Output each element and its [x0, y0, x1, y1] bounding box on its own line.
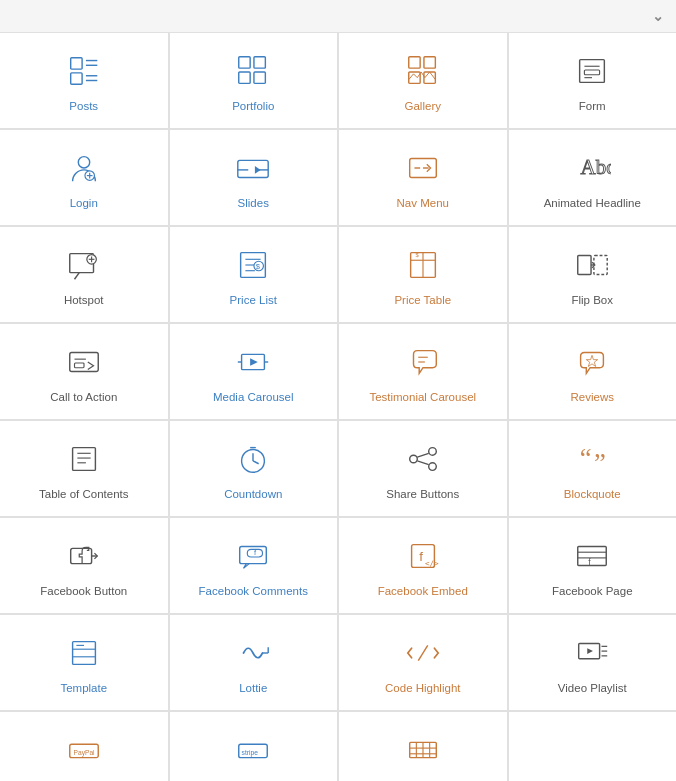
posts-icon — [64, 51, 104, 91]
widget-template[interactable]: Template — [0, 615, 168, 710]
template-label: Template — [60, 681, 107, 696]
tableofcontents-label: Table of Contents — [39, 487, 129, 502]
widget-sharebuttons[interactable]: Share Buttons — [339, 421, 507, 516]
facebookembed-icon: f </> — [403, 536, 443, 576]
paypalbutton-icon: PayPal — [64, 730, 104, 770]
calltoaction-label: Call to Action — [50, 390, 117, 405]
widget-form[interactable]: Form — [509, 33, 677, 128]
svg-text:Abc: Abc — [581, 155, 611, 179]
mediacarousel-icon — [233, 342, 273, 382]
widget-navmenu[interactable]: Nav Menu — [339, 130, 507, 225]
facebookembed-label: Facebook Embed — [378, 584, 468, 599]
svg-marker-92 — [588, 648, 594, 654]
widget-gallery[interactable]: Gallery — [339, 33, 507, 128]
widget-pricelist[interactable]: $ Price List — [170, 227, 338, 322]
gallery-label: Gallery — [405, 99, 441, 114]
facebookbutton-label: Facebook Button — [40, 584, 127, 599]
svg-line-69 — [417, 453, 428, 457]
testimonialcarousel-icon — [403, 342, 443, 382]
svg-text:PayPal: PayPal — [73, 748, 95, 756]
template-icon — [64, 633, 104, 673]
widget-stripebutton[interactable]: stripe Stripe Button — [170, 712, 338, 781]
widget-facebookpage[interactable]: f Facebook Page — [509, 518, 677, 613]
flipbox-icon — [572, 245, 612, 285]
widget-grid: Posts Portfolio Gallery Form Login — [0, 32, 676, 781]
blockquote-label: Blockquote — [564, 487, 621, 502]
videoplaylist-icon — [572, 633, 612, 673]
svg-rect-58 — [72, 447, 95, 470]
tableofcontents-icon — [64, 439, 104, 479]
widget-reviews[interactable]: Reviews — [509, 324, 677, 419]
widget-codehighlight[interactable]: Code Highlight — [339, 615, 507, 710]
svg-rect-48 — [70, 352, 99, 371]
empty-cell — [509, 712, 677, 781]
svg-rect-50 — [74, 363, 84, 368]
portfolio-label: Portfolio — [232, 99, 274, 114]
widget-testimonialcarousel[interactable]: Testimonial Carousel — [339, 324, 507, 419]
hotspot-icon — [64, 245, 104, 285]
widget-portfolio[interactable]: Portfolio — [170, 33, 338, 128]
svg-rect-45 — [578, 255, 591, 274]
widget-posts[interactable]: Posts — [0, 33, 168, 128]
svg-rect-3 — [70, 73, 81, 84]
flipbox-label: Flip Box — [571, 293, 613, 308]
progresstracker-icon — [403, 730, 443, 770]
pricelist-icon: $ — [233, 245, 273, 285]
svg-text:</>: </> — [425, 558, 439, 567]
widget-facebookembed[interactable]: f </> Facebook Embed — [339, 518, 507, 613]
widget-tableofcontents[interactable]: Table of Contents — [0, 421, 168, 516]
form-icon — [572, 51, 612, 91]
svg-rect-46 — [594, 255, 607, 274]
blockquote-icon: “ ” — [572, 439, 612, 479]
gallery-icon — [403, 51, 443, 91]
facebookbutton-icon — [64, 536, 104, 576]
stripebutton-icon: stripe — [233, 730, 273, 770]
codehighlight-label: Code Highlight — [385, 681, 460, 696]
facebookpage-label: Facebook Page — [552, 584, 633, 599]
calltoaction-icon — [64, 342, 104, 382]
mediacarousel-label: Media Carousel — [213, 390, 294, 405]
sharebuttons-label: Share Buttons — [386, 487, 459, 502]
svg-rect-14 — [580, 60, 605, 83]
reviews-icon — [572, 342, 612, 382]
slides-label: Slides — [238, 196, 269, 211]
slides-icon — [233, 148, 273, 188]
animatedheadline-label: Animated Headline — [544, 196, 641, 211]
widget-lottie[interactable]: Lottie — [170, 615, 338, 710]
widget-paypalbutton[interactable]: PayPal PayPal Button — [0, 712, 168, 781]
widget-blockquote[interactable]: “ ” Blockquote — [509, 421, 677, 516]
widget-login[interactable]: Login — [0, 130, 168, 225]
countdown-icon — [233, 439, 273, 479]
portfolio-icon — [233, 51, 273, 91]
widget-animatedheadline[interactable]: Abc Animated Headline — [509, 130, 677, 225]
widget-facebookcomments[interactable]: f Facebook Comments — [170, 518, 338, 613]
widget-hotspot[interactable]: Hotspot — [0, 227, 168, 322]
widget-flipbox[interactable]: Flip Box — [509, 227, 677, 322]
widget-progresstracker[interactable]: Progress Tracker — [339, 712, 507, 781]
widget-slides[interactable]: Slides — [170, 130, 338, 225]
widget-videoplaylist[interactable]: Video Playlist — [509, 615, 677, 710]
widget-facebookbutton[interactable]: Facebook Button — [0, 518, 168, 613]
svg-line-90 — [418, 645, 428, 660]
svg-text:f: f — [419, 548, 423, 563]
pricetable-label: Price Table — [394, 293, 451, 308]
posts-label: Posts — [69, 99, 98, 114]
svg-text:”: ” — [594, 448, 606, 478]
svg-rect-7 — [254, 57, 265, 68]
animatedheadline-icon: Abc — [572, 148, 612, 188]
widget-pricetable[interactable]: $ Price Table — [339, 227, 507, 322]
videoplaylist-label: Video Playlist — [558, 681, 627, 696]
pricelist-label: Price List — [230, 293, 277, 308]
lottie-icon — [233, 633, 273, 673]
hotspot-label: Hotspot — [64, 293, 104, 308]
svg-rect-16 — [585, 70, 600, 75]
svg-point-67 — [409, 455, 417, 463]
svg-rect-0 — [70, 58, 81, 69]
svg-line-70 — [417, 461, 428, 465]
widget-countdown[interactable]: Countdown — [170, 421, 338, 516]
countdown-label: Countdown — [224, 487, 282, 502]
navmenu-icon — [403, 148, 443, 188]
widget-calltoaction[interactable]: Call to Action — [0, 324, 168, 419]
widget-mediacarousel[interactable]: Media Carousel — [170, 324, 338, 419]
svg-rect-10 — [409, 57, 420, 68]
